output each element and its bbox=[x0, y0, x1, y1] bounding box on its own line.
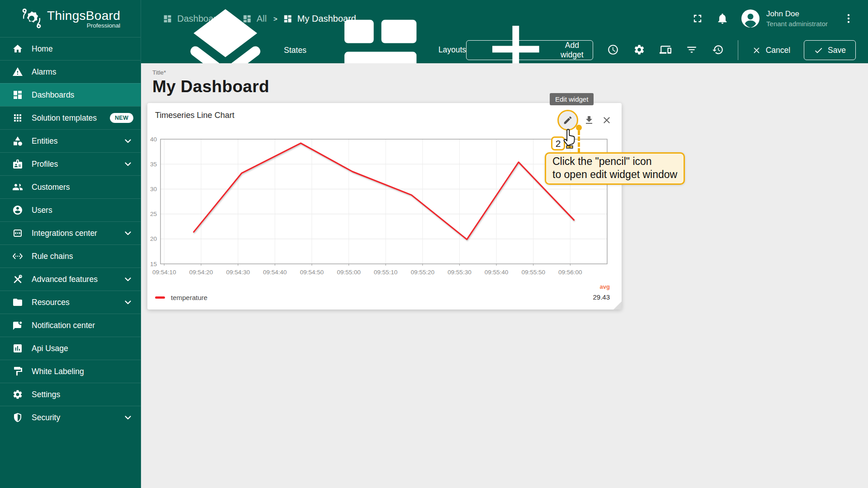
toolbar-button-dashboard-settings[interactable] bbox=[633, 44, 646, 56]
sidebar-item-security[interactable]: Security bbox=[0, 406, 141, 429]
svg-text:09:56:00: 09:56:00 bbox=[558, 269, 582, 276]
legend-item-temperature[interactable]: temperature bbox=[155, 294, 208, 301]
history-icon bbox=[712, 50, 724, 57]
resize-handle[interactable] bbox=[613, 301, 622, 310]
alarms-icon bbox=[12, 66, 23, 77]
toolbar-icon-group bbox=[607, 44, 724, 56]
edit-widget-tooltip: Edit widget bbox=[550, 93, 594, 105]
sidebar-item-api-usage[interactable]: Api Usage bbox=[0, 337, 141, 360]
chevron-down-icon bbox=[123, 297, 133, 308]
sidebar-item-label: Notification center bbox=[32, 321, 95, 330]
legend-aggregation: avg 29.43 bbox=[593, 283, 610, 301]
sidebar-item-alarms[interactable]: Alarms bbox=[0, 60, 141, 83]
sidebar-item-label: White Labeling bbox=[32, 367, 84, 376]
svg-text:09:54:50: 09:54:50 bbox=[300, 269, 324, 276]
sidebar-item-profiles[interactable]: Profiles bbox=[0, 152, 141, 175]
hand-cursor-icon bbox=[561, 127, 580, 149]
kebab-menu-button[interactable] bbox=[843, 13, 854, 24]
dashboards-icon bbox=[12, 89, 23, 100]
toolbar-button-time-window[interactable] bbox=[607, 44, 619, 56]
svg-text:09:55:50: 09:55:50 bbox=[521, 269, 545, 276]
sidebar: ThingsBoard Professional Home Alarms D bbox=[0, 0, 141, 488]
api-usage-icon bbox=[12, 343, 23, 354]
gear-icon bbox=[633, 50, 645, 57]
entities-icon bbox=[12, 136, 23, 146]
svg-text:30: 30 bbox=[150, 186, 157, 192]
settings-icon bbox=[12, 389, 23, 400]
advanced-features-icon bbox=[12, 274, 23, 285]
callout-line2: to open edit widget window bbox=[552, 168, 677, 181]
clock-icon bbox=[607, 50, 619, 57]
sidebar-item-label: Security bbox=[32, 413, 60, 422]
sidebar-item-solution-templates[interactable]: Solution templates NEW bbox=[0, 106, 141, 129]
resources-icon bbox=[12, 297, 23, 308]
sidebar-item-entities[interactable]: Entities bbox=[0, 129, 141, 152]
white-labeling-icon bbox=[12, 366, 23, 377]
devices-icon bbox=[660, 50, 671, 57]
sidebar-item-resources[interactable]: Resources bbox=[0, 291, 141, 314]
dashboard-toolbar: States Layouts Add widget bbox=[141, 37, 868, 63]
sidebar-item-label: Profiles bbox=[32, 160, 58, 169]
toolbar-button-display-layouts[interactable] bbox=[659, 44, 672, 56]
sidebar-item-advanced-features[interactable]: Advanced features bbox=[0, 267, 141, 291]
svg-text:09:54:10: 09:54:10 bbox=[152, 269, 176, 276]
sidebar-item-label: Entities bbox=[32, 136, 57, 146]
sidebar-item-users[interactable]: Users bbox=[0, 198, 141, 221]
security-icon bbox=[12, 412, 23, 423]
page-title[interactable]: My Dashboard bbox=[152, 77, 868, 96]
new-badge: NEW bbox=[110, 113, 133, 123]
cancel-button[interactable]: Cancel bbox=[752, 46, 790, 55]
close-icon bbox=[752, 46, 761, 55]
svg-text:25: 25 bbox=[150, 211, 157, 217]
home-icon bbox=[12, 43, 23, 54]
download-icon bbox=[584, 115, 594, 126]
agg-label: avg bbox=[593, 283, 610, 290]
sidebar-item-dashboards[interactable]: Dashboards bbox=[0, 83, 141, 106]
toolbar-divider bbox=[738, 40, 738, 60]
solution-templates-icon bbox=[12, 113, 23, 123]
svg-text:09:54:20: 09:54:20 bbox=[189, 269, 213, 276]
sidebar-item-label: Dashboards bbox=[32, 90, 74, 100]
sidebar-item-integrations-center[interactable]: Integrations center bbox=[0, 221, 141, 244]
timeseries-widget-card[interactable]: Timeseries Line Chart 15202530354009:54:… bbox=[147, 103, 622, 310]
sidebar-item-label: Rule chains bbox=[32, 252, 73, 261]
save-button[interactable]: Save bbox=[804, 40, 856, 60]
chevron-down-icon bbox=[123, 412, 133, 423]
callout-line1: Click the "pencil" icon bbox=[552, 155, 677, 168]
thingsboard-logo[interactable]: ThingsBoard Professional bbox=[0, 0, 141, 37]
sidebar-item-home[interactable]: Home bbox=[0, 37, 141, 60]
close-icon bbox=[601, 115, 612, 126]
user-menu[interactable]: John Doe Tenant administrator bbox=[741, 9, 828, 28]
svg-text:09:54:30: 09:54:30 bbox=[226, 269, 250, 276]
sidebar-item-label: Customers bbox=[32, 183, 70, 192]
sidebar-item-white-labeling[interactable]: White Labeling bbox=[0, 360, 141, 383]
user-name: John Doe bbox=[766, 9, 828, 19]
sidebar-item-label: Advanced features bbox=[32, 275, 98, 284]
notifications-bell-button[interactable] bbox=[716, 12, 729, 25]
widget-title: Timeseries Line Chart bbox=[155, 111, 234, 120]
toolbar-button-entity-filter[interactable] bbox=[685, 44, 698, 56]
notification-center-icon bbox=[12, 320, 23, 331]
chevron-down-icon bbox=[123, 228, 133, 239]
sidebar-item-settings[interactable]: Settings bbox=[0, 383, 141, 406]
svg-text:09:54:40: 09:54:40 bbox=[263, 269, 287, 276]
legend-swatch bbox=[155, 296, 165, 299]
thingsboard-logo-icon bbox=[20, 7, 43, 30]
toolbar-button-version-history[interactable] bbox=[712, 44, 724, 56]
sidebar-item-notification-center[interactable]: Notification center bbox=[0, 314, 141, 337]
widget-action-close[interactable] bbox=[600, 113, 613, 127]
svg-text:15: 15 bbox=[150, 261, 157, 267]
sidebar-item-label: Users bbox=[32, 206, 52, 215]
widget-action-export[interactable] bbox=[582, 113, 596, 127]
add-widget-button[interactable]: Add widget bbox=[466, 40, 593, 60]
agg-value: 29.43 bbox=[593, 293, 610, 301]
sidebar-item-rule-chains[interactable]: Rule chains bbox=[0, 244, 141, 267]
sidebar-item-label: Alarms bbox=[32, 67, 56, 77]
avatar bbox=[741, 9, 760, 28]
fullscreen-button[interactable] bbox=[691, 12, 704, 25]
svg-text:09:55:00: 09:55:00 bbox=[337, 269, 361, 276]
sidebar-item-customers[interactable]: Customers bbox=[0, 175, 141, 198]
svg-text:40: 40 bbox=[150, 136, 157, 143]
svg-text:09:55:40: 09:55:40 bbox=[485, 269, 509, 276]
sidebar-item-label: Resources bbox=[32, 298, 70, 307]
